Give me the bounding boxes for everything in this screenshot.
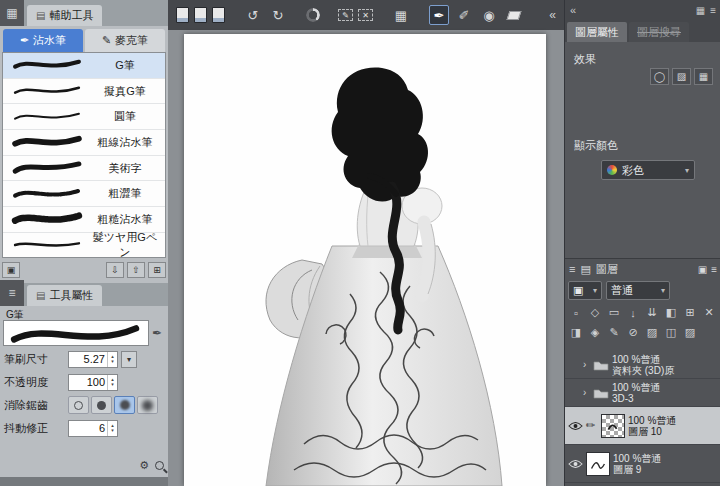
stepper-down-icon[interactable]: ▾ [111, 359, 114, 364]
magnifier-icon[interactable] [155, 461, 164, 470]
stepper-down-icon[interactable]: ▾ [111, 428, 114, 433]
expand-chevron-icon[interactable]: › [583, 387, 590, 398]
layer-palette-combo[interactable]: ▣ ▾ [568, 281, 602, 300]
brush-size-stepper[interactable]: ▴ ▾ [107, 352, 117, 367]
tab-layer-property[interactable]: 圖層屬性 [567, 22, 627, 42]
blend-mode-dropdown[interactable]: 普通 ▾ [606, 281, 670, 300]
layer-panel-dock-icon[interactable]: ▣ [698, 264, 707, 275]
draft-layer-icon[interactable]: ✎ [605, 324, 623, 341]
brush-size-unit-dropdown[interactable]: ▾ [121, 351, 137, 368]
antialias-row: 消除鋸齒 [4, 394, 166, 416]
tab-layer-search[interactable]: 圖層搜尋 [629, 22, 689, 42]
pen-tool-icon[interactable]: ✒ [429, 5, 449, 25]
brush-item-round-pen[interactable]: 圓筆 [3, 104, 165, 130]
tab-tool-property[interactable]: ▤ 工具屬性 [27, 285, 102, 306]
opacity-stepper[interactable]: ▴ ▾ [107, 375, 117, 390]
new-subtool-icon[interactable]: ⊞ [148, 262, 166, 278]
layer-property-tabs: 圖層屬性 圖層搜尋 [565, 20, 720, 42]
panel-menu-icon[interactable]: ≡ [710, 5, 716, 16]
brush-item-hair-gloss-pen[interactable]: 髮ツヤ用Gペン [3, 233, 165, 258]
stabilization-value: 6 [69, 421, 107, 436]
antialias-none-option[interactable] [68, 396, 89, 414]
transfer-down-icon[interactable]: ↓ [624, 304, 642, 321]
new-folder-icon[interactable]: ▭ [605, 304, 623, 321]
layer-panel-menu-icon[interactable]: ≡ [569, 263, 575, 275]
brush-tool-icon[interactable]: ✐ [454, 5, 474, 25]
brush-item-g-pen[interactable]: G筆 [3, 53, 165, 79]
clipping-icon[interactable]: ◨ [567, 324, 585, 341]
antialias-weak-option[interactable] [91, 396, 112, 414]
redo-icon[interactable]: ↻ [268, 5, 288, 25]
undo-icon[interactable]: ↺ [243, 5, 263, 25]
lock-layer-icon[interactable]: ⊘ [624, 324, 642, 341]
layer-panel-options-icon[interactable]: ≡ [711, 264, 717, 275]
wrench-icon[interactable]: ⚙ [139, 459, 149, 472]
reference-layer-icon[interactable]: ◈ [586, 324, 604, 341]
new-raster-layer-icon[interactable]: ▫ [567, 304, 585, 321]
stepper-down-icon[interactable]: ▾ [111, 382, 114, 387]
grid-view-icon[interactable]: ▦ [391, 5, 411, 25]
tone-effect-icon[interactable]: ▨ [672, 68, 691, 85]
export-clip-icon[interactable] [176, 7, 189, 23]
brush-item-real-g-pen[interactable]: 擬真G筆 [3, 79, 165, 105]
right-collapse-icon[interactable]: « [570, 4, 576, 16]
tool-property-dock-icon[interactable]: ≡ [0, 280, 24, 306]
layer-row-layer-9[interactable]: 100 %普通 圖層 9 [565, 445, 720, 483]
stabilization-stepper[interactable]: ▴ ▾ [107, 421, 117, 436]
selection-pen-icon[interactable]: ✎ [338, 9, 353, 21]
visibility-eye-icon[interactable] [568, 421, 583, 431]
lock-alpha-icon[interactable]: ▨ [643, 324, 661, 341]
display-color-dropdown[interactable]: 彩色 ▾ [601, 160, 695, 180]
layer-text: 100 %普通 3D-3 [612, 382, 660, 404]
visibility-eye-icon[interactable] [568, 459, 583, 469]
brush-item-lettering[interactable]: 美術字 [3, 156, 165, 182]
layer-text: 100 %普通 圖層 9 [613, 453, 661, 475]
brush-item-thick-pen[interactable]: 粗線沾水筆 [3, 130, 165, 156]
layer-thumbnail-mark [587, 453, 609, 475]
export-jpg-icon[interactable] [194, 7, 207, 23]
brush-tip-icon[interactable]: ✒ [152, 326, 162, 340]
antialias-strong-option[interactable] [137, 396, 158, 414]
subtool-options-icon[interactable]: ▣ [2, 262, 20, 278]
layer-name: 圖層 9 [613, 464, 661, 475]
expression-color-icon[interactable]: ▦ [694, 68, 713, 85]
new-vector-layer-icon[interactable]: ◇ [586, 304, 604, 321]
import-subtool-icon[interactable]: ⇩ [106, 262, 124, 278]
layer-color-icon[interactable]: ▨ [681, 324, 699, 341]
tab-pen[interactable]: ✒ 沾水筆 [3, 29, 83, 52]
panel-grid-icon[interactable]: ▦ [696, 5, 705, 16]
merge-down-icon[interactable]: ⇊ [643, 304, 661, 321]
layer-mask-icon[interactable]: ◧ [662, 304, 680, 321]
export-psd-icon[interactable] [212, 7, 225, 23]
drawing-canvas[interactable] [184, 34, 546, 486]
brush-item-rough-pen[interactable]: 粗澀筆 [3, 181, 165, 207]
brush-stroke-preview [6, 56, 88, 74]
layer-row-folder-3d-origin[interactable]: › 100 %普通 資料夾 (3D)原 [565, 351, 720, 379]
brush-item-textured-pen[interactable]: 粗糙沾水筆 [3, 207, 165, 233]
layer-row-layer-10[interactable]: ✏ 100 %普通 圖層 10 [565, 407, 720, 445]
layer-row-folder-3d-3[interactable]: › 100 %普通 3D-3 [565, 379, 720, 407]
border-effect-icon[interactable]: ◯ [650, 68, 669, 85]
delete-layer-icon[interactable]: ✕ [700, 304, 718, 321]
eraser-tool-icon[interactable] [504, 5, 524, 25]
layer-opacity-mode: 100 %普通 [612, 382, 660, 393]
tab-subtool[interactable]: ▤ 輔助工具 [27, 5, 102, 26]
layer-thumbnail[interactable] [586, 452, 610, 476]
stabilization-label: 抖動修正 [4, 421, 68, 436]
layer-text: 100 %普通 資料夾 (3D)原 [612, 354, 674, 376]
brush-size-input[interactable]: 5.27 ▴ ▾ [68, 351, 118, 368]
blend-tool-icon[interactable]: ◉ [479, 5, 499, 25]
layer-search-tab-label: 圖層搜尋 [637, 25, 681, 40]
toolbar-collapse-icon[interactable]: « [549, 8, 556, 22]
stabilization-input[interactable]: 6 ▴ ▾ [68, 420, 118, 437]
export-subtool-icon[interactable]: ⇧ [127, 262, 145, 278]
expand-chevron-icon[interactable]: › [583, 359, 590, 370]
deselect-icon[interactable]: ✕ [358, 9, 373, 21]
antialias-middle-option[interactable] [114, 396, 135, 414]
opacity-input[interactable]: 100 ▴ ▾ [68, 374, 118, 391]
layer-thumbnail[interactable] [601, 414, 625, 438]
tab-marker[interactable]: ✎ 麥克筆 [85, 29, 165, 52]
apply-mask-icon[interactable]: ⊞ [681, 304, 699, 321]
two-pane-icon[interactable]: ◫ [662, 324, 680, 341]
panel-dock-icon[interactable]: ▦ [0, 0, 24, 26]
